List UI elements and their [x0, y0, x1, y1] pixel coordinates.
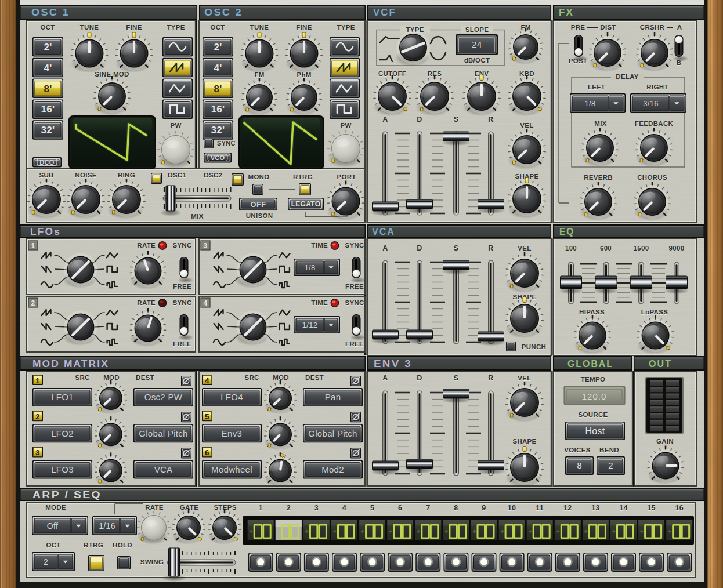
svg-text:FX: FX [559, 8, 574, 17]
svg-text:S: S [454, 244, 459, 252]
svg-text:A: A [382, 115, 388, 124]
svg-text:VCF: VCF [373, 8, 396, 17]
svg-text:HOLD: HOLD [113, 542, 132, 549]
svg-text:16': 16' [41, 104, 55, 115]
svg-text:3: 3 [204, 242, 208, 250]
svg-text:BEND: BEND [599, 447, 619, 453]
svg-text:DELAY: DELAY [616, 73, 638, 80]
svg-text:2: 2 [35, 412, 40, 421]
svg-text:10: 10 [508, 504, 516, 512]
svg-text:SRC: SRC [244, 374, 259, 381]
svg-text:SHAPE: SHAPE [512, 438, 536, 445]
svg-text:SOURCE: SOURCE [578, 411, 608, 418]
svg-text:11: 11 [536, 504, 544, 512]
svg-text:R: R [488, 374, 493, 382]
svg-text:TUNE: TUNE [80, 24, 99, 31]
svg-text:4: 4 [204, 299, 208, 307]
svg-text:VCA: VCA [372, 227, 395, 237]
svg-text:LEGATO: LEGATO [291, 200, 321, 208]
svg-text:Host: Host [585, 426, 605, 436]
svg-text:1/16: 1/16 [99, 521, 115, 531]
svg-text:FEEDBACK: FEEDBACK [635, 120, 674, 127]
svg-text:FINE: FINE [296, 24, 312, 31]
svg-text:2: 2 [287, 504, 291, 512]
svg-text:UNISON: UNISON [246, 212, 273, 219]
svg-text:2': 2' [44, 42, 52, 53]
svg-text:9000: 9000 [669, 245, 685, 252]
svg-text:+: + [472, 528, 476, 535]
svg-text:LFO2: LFO2 [51, 429, 74, 438]
svg-text:TIME: TIME [311, 299, 328, 306]
svg-text:TYPE: TYPE [167, 24, 185, 31]
svg-text:Modwheel: Modwheel [211, 464, 252, 474]
svg-text:R: R [488, 115, 493, 124]
svg-text:SYNC: SYNC [172, 299, 191, 306]
svg-text:3: 3 [314, 504, 319, 512]
svg-text:OSC1: OSC1 [168, 172, 187, 179]
svg-text:+: + [668, 528, 671, 535]
svg-text:14: 14 [619, 504, 628, 512]
svg-text:13: 13 [591, 504, 600, 512]
svg-text:RING: RING [118, 172, 135, 179]
svg-text:PhM: PhM [297, 71, 311, 78]
svg-text:2': 2' [214, 42, 222, 53]
svg-text:8': 8' [44, 84, 52, 95]
svg-text:D: D [417, 374, 422, 382]
svg-text:A: A [382, 374, 388, 382]
svg-text:dB/OCT: dB/OCT [464, 57, 490, 64]
svg-text:Osc2 PW: Osc2 PW [144, 392, 183, 402]
svg-text:S: S [454, 374, 459, 382]
svg-text:OSC2: OSC2 [204, 172, 223, 179]
svg-text:5: 5 [205, 412, 209, 421]
svg-text:OSC 2: OSC 2 [204, 8, 243, 17]
svg-text:VCA: VCA [154, 464, 173, 474]
svg-text:32': 32' [41, 125, 55, 136]
svg-text:B: B [677, 59, 682, 66]
svg-text:SYNC: SYNC [345, 242, 364, 249]
svg-text:REVERB: REVERB [584, 174, 613, 181]
svg-text:6: 6 [398, 504, 402, 512]
svg-text:TYPE: TYPE [337, 24, 355, 31]
svg-text:SUB: SUB [39, 172, 53, 179]
svg-text:TEMPO: TEMPO [581, 376, 605, 383]
svg-text:1: 1 [259, 504, 263, 512]
svg-text:OUT: OUT [649, 359, 672, 369]
svg-text:1: 1 [35, 376, 40, 385]
svg-text:Mod2: Mod2 [321, 464, 344, 474]
svg-text:CRSHR: CRSHR [640, 24, 665, 31]
svg-text:+: + [529, 528, 532, 535]
svg-text:+: + [305, 528, 309, 535]
svg-text:D: D [417, 115, 422, 124]
svg-text:1/8: 1/8 [585, 99, 596, 108]
svg-text:6: 6 [205, 448, 209, 457]
svg-text:MIX: MIX [594, 120, 606, 127]
svg-text:SYNC: SYNC [172, 242, 191, 249]
svg-text:MOD MATRIX: MOD MATRIX [32, 359, 109, 369]
svg-text:+: + [417, 528, 420, 535]
svg-text:2: 2 [31, 299, 35, 307]
svg-text:4: 4 [342, 504, 346, 512]
svg-text:+: + [584, 528, 588, 535]
svg-text:+: + [250, 528, 253, 535]
svg-text:ARP / SEQ: ARP / SEQ [32, 490, 102, 500]
svg-text:1500: 1500 [634, 245, 649, 252]
svg-text:15: 15 [647, 504, 656, 512]
svg-text:1: 1 [31, 242, 35, 250]
svg-text:SYNC: SYNC [345, 299, 364, 306]
svg-text:TIME: TIME [311, 242, 328, 249]
svg-text:SYNC: SYNC [217, 140, 236, 147]
svg-text:+: + [361, 528, 364, 535]
svg-text:600: 600 [600, 245, 612, 252]
svg-text:MOD: MOD [273, 374, 289, 381]
svg-text:R: R [488, 244, 493, 252]
svg-text:D: D [417, 244, 422, 252]
svg-text:VEL: VEL [520, 122, 533, 129]
svg-text:LFOs: LFOs [30, 227, 61, 237]
svg-text:MOD: MOD [103, 374, 120, 381]
svg-text:LFO4: LFO4 [220, 392, 243, 402]
svg-text:LEFT: LEFT [588, 84, 605, 90]
svg-text:16: 16 [675, 504, 684, 512]
svg-text:RATE: RATE [145, 504, 164, 511]
svg-text:+: + [556, 528, 560, 535]
svg-text:EQ: EQ [559, 227, 574, 237]
